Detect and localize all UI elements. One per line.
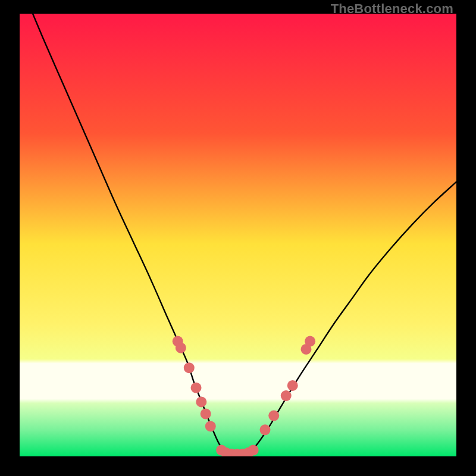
- data-marker: [201, 409, 211, 419]
- data-marker: [184, 362, 195, 373]
- gradient-background: [20, 14, 456, 456]
- data-marker: [191, 383, 202, 393]
- plot-area: [20, 14, 456, 456]
- data-marker: [268, 411, 279, 421]
- data-marker: [305, 336, 315, 347]
- data-marker: [205, 421, 216, 431]
- data-marker: [196, 396, 206, 407]
- image-frame: TheBottleneck.com: [0, 0, 476, 476]
- data-marker: [248, 445, 259, 456]
- data-marker: [287, 380, 298, 391]
- chart-svg: [20, 14, 456, 456]
- watermark-text: TheBottleneck.com: [331, 1, 453, 17]
- data-marker: [176, 343, 186, 353]
- data-marker: [281, 390, 292, 401]
- data-marker: [260, 424, 271, 435]
